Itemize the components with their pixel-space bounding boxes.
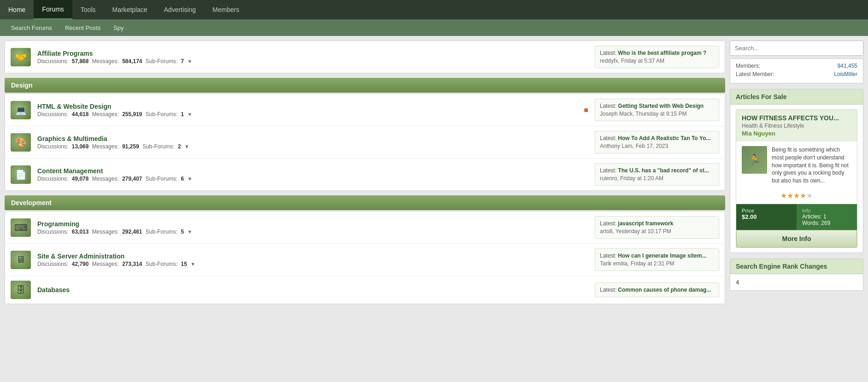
server-admin-forum-info: Site & Server Administration Discussions…	[37, 253, 595, 267]
nav-advertising[interactable]: Advertising	[156, 0, 204, 19]
affiliate-forum-info: Affiliate Programs Discussions: 57,868 M…	[37, 50, 595, 65]
html-design-subforum-arrow[interactable]: ▼	[188, 112, 193, 117]
article-excerpt: Being fit is something which most people…	[772, 146, 851, 185]
cms-forum-info: Content Management Discussions: 49,078 M…	[37, 167, 595, 182]
top-navigation: Home Forums Tools Marketplace Advertisin…	[0, 0, 868, 19]
affiliate-discussions-label: Discussions:	[37, 58, 68, 65]
nav-marketplace[interactable]: Marketplace	[104, 0, 156, 19]
forum-icon-programming: ⌨	[11, 218, 32, 237]
articles-for-sale-title: Articles For Sale	[730, 89, 863, 105]
articles-count: Articles: 1	[802, 213, 851, 220]
development-category: Development ⌨ Programming Discussions: 6…	[5, 195, 725, 304]
serp-title: Search Engine Rank Changes	[730, 259, 863, 274]
cms-forum-row: 📄 Content Management Discussions: 49,078…	[5, 159, 725, 190]
article-info-cell: Info Articles: 1 Words: 269	[797, 204, 857, 230]
nav-tools[interactable]: Tools	[72, 0, 104, 19]
content-area: 🤝 Affiliate Programs Discussions: 57,868…	[5, 41, 725, 308]
graphics-forum-meta: Discussions: 13,069 Messages: 91,259 Sub…	[37, 143, 595, 150]
members-count-row: Members: 941,455	[736, 63, 857, 69]
affiliate-latest-author: reddyfx, Friday at 5:37 AM	[600, 58, 714, 64]
article-author[interactable]: Mia Nguyen	[742, 130, 851, 137]
server-admin-latest-post: Latest: How can I generate Image sitem..…	[595, 248, 719, 271]
article-thumbnail: 🏃	[742, 146, 767, 174]
article-title: HOW FITNESS AFFECTS YOU...	[742, 114, 851, 122]
sidebar: Members: 941,455 Latest Member: LoisMill…	[730, 41, 863, 308]
article-body: 🏃 Being fit is something which most peop…	[736, 141, 857, 189]
forum-icon-cms: 📄	[11, 165, 32, 184]
serp-content: 4	[730, 274, 863, 290]
affiliate-forum-section: 🤝 Affiliate Programs Discussions: 57,868…	[5, 41, 725, 73]
cms-forum-title[interactable]: Content Management	[37, 167, 103, 175]
server-admin-forum-row: 🖥 Site & Server Administration Discussio…	[5, 244, 725, 276]
programming-forum-meta: Discussions: 63,013 Messages: 292,461 Su…	[37, 229, 595, 235]
affiliate-messages-count: 584,174	[122, 58, 142, 65]
info-label: Info	[802, 208, 851, 213]
nav-home[interactable]: Home	[0, 0, 34, 19]
latest-member-name[interactable]: LoisMiller	[834, 71, 857, 77]
affiliate-forum-row: 🤝 Affiliate Programs Discussions: 57,868…	[5, 41, 725, 73]
design-forum-section: 💻 HTML & Website Design Discussions: 44,…	[5, 94, 725, 191]
development-forum-section: ⌨ Programming Discussions: 63,013 Messag…	[5, 211, 725, 304]
affiliate-messages-label: Messages:	[92, 58, 119, 65]
html-design-forum-info: HTML & Website Design Discussions: 44,61…	[37, 103, 584, 118]
members-info: Members: 941,455 Latest Member: LoisMill…	[730, 59, 863, 83]
html-design-forum-row: 💻 HTML & Website Design Discussions: 44,…	[5, 94, 725, 126]
article-header: HOW FITNESS AFFECTS YOU... Health & Fitn…	[736, 110, 857, 141]
cms-forum-meta: Discussions: 49,078 Messages: 279,407 Su…	[37, 176, 595, 182]
cms-latest-post: Latest: The U.S. has a "bad record" of s…	[595, 163, 719, 186]
graphics-subforum-arrow[interactable]: ▼	[184, 144, 189, 149]
sub-navigation: Search Forums Recent Posts Spy	[0, 19, 868, 36]
nav-forums[interactable]: Forums	[34, 0, 72, 19]
affiliate-forum-meta: Discussions: 57,868 Messages: 584,174 Su…	[37, 58, 595, 65]
price-value: $2.00	[742, 213, 791, 220]
articles-for-sale-box: Articles For Sale HOW FITNESS AFFECTS YO…	[730, 89, 863, 253]
members-label: Members:	[736, 63, 760, 69]
programming-latest-post: Latest: javascript framework arto8, Yest…	[595, 216, 719, 239]
article-card: HOW FITNESS AFFECTS YOU... Health & Fitn…	[736, 109, 857, 248]
article-footer: Price $2.00 Info Articles: 1 Words: 269	[736, 204, 857, 230]
nav-members[interactable]: Members	[204, 0, 247, 19]
server-admin-forum-title[interactable]: Site & Server Administration	[37, 253, 124, 260]
graphics-forum-title[interactable]: Graphics & Multimedia	[37, 135, 107, 142]
latest-member-row: Latest Member: LoisMiller	[736, 71, 857, 77]
programming-forum-title[interactable]: Programming	[37, 220, 79, 228]
subnav-recent-posts[interactable]: Recent Posts	[59, 24, 107, 31]
article-price-cell: Price $2.00	[736, 204, 797, 230]
forum-icon-html: 💻	[11, 101, 32, 119]
affiliate-discussions-count: 57,868	[72, 58, 89, 65]
subnav-spy[interactable]: Spy	[107, 24, 130, 31]
article-stars: ★★★★★	[736, 189, 857, 204]
databases-forum-title[interactable]: Databases	[37, 286, 70, 294]
html-design-forum-meta: Discussions: 44,618 Messages: 255,919 Su…	[37, 111, 584, 118]
server-admin-subforum-arrow[interactable]: ▼	[190, 261, 195, 267]
server-admin-forum-meta: Discussions: 42,790 Messages: 273,314 Su…	[37, 261, 595, 267]
design-category-header: Design	[5, 78, 725, 93]
latest-member-label: Latest Member:	[736, 71, 774, 77]
search-box	[730, 41, 863, 56]
forum-icon-server-admin: 🖥	[11, 251, 32, 269]
html-design-latest-post: Latest: Getting Started with Web Design …	[595, 99, 719, 121]
articles-for-sale-content: HOW FITNESS AFFECTS YOU... Health & Fitn…	[730, 105, 863, 253]
subnav-search-forums[interactable]: Search Forums	[5, 24, 59, 31]
affiliate-subforums-count: 7	[181, 58, 184, 65]
databases-forum-info: Databases	[37, 286, 595, 294]
graphics-forum-info: Graphics & Multimedia Discussions: 13,06…	[37, 135, 595, 150]
cms-subforum-arrow[interactable]: ▼	[188, 176, 193, 182]
graphics-forum-row: 🎨 Graphics & Multimedia Discussions: 13,…	[5, 126, 725, 159]
forum-icon-affiliate: 🤝	[11, 48, 32, 66]
graphics-latest-post: Latest: How To Add A Realistic Tan To Yo…	[595, 131, 719, 153]
more-info-button[interactable]: More Info	[736, 230, 857, 247]
affiliate-latest-post: Latest: Who is the best affiliate progam…	[595, 46, 719, 68]
html-design-rss-icon[interactable]: ■	[584, 106, 588, 114]
words-count: Words: 269	[802, 220, 851, 226]
design-category: Design 💻 HTML & Website Design Discussio…	[5, 78, 725, 191]
programming-forum-info: Programming Discussions: 63,013 Messages…	[37, 220, 595, 235]
programming-forum-row: ⌨ Programming Discussions: 63,013 Messag…	[5, 212, 725, 244]
forum-icon-graphics: 🎨	[11, 133, 32, 152]
affiliate-subforum-arrow[interactable]: ▼	[188, 59, 193, 64]
affiliate-forum-title[interactable]: Affiliate Programs	[37, 50, 93, 57]
html-design-forum-title[interactable]: HTML & Website Design	[37, 103, 111, 110]
forum-icon-databases: 🗄	[11, 281, 32, 299]
search-input[interactable]	[730, 41, 863, 56]
programming-subforum-arrow[interactable]: ▼	[188, 229, 193, 235]
